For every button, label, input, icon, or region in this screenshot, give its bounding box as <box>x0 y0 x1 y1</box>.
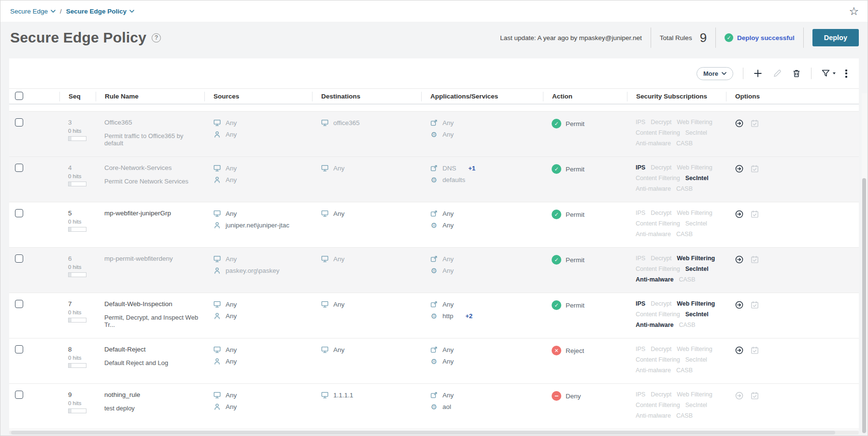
destinations-cell-value: Any <box>333 165 344 172</box>
subscription-label: CASB <box>676 140 693 147</box>
destinations-cell-entry: Any <box>321 255 418 263</box>
policy-table-card: More Seq Rule Name Sources Destinatio <box>9 58 859 430</box>
delete-rule-button[interactable] <box>792 69 801 78</box>
jump-to-events-icon[interactable] <box>735 164 744 173</box>
jump-to-events-icon[interactable] <box>735 255 744 264</box>
action: Permit <box>552 300 624 310</box>
rule-name: Default-Reject <box>104 346 201 353</box>
applications-cell: Any⚙Any <box>421 248 543 293</box>
help-icon[interactable]: ? <box>152 33 161 42</box>
total-rules-value: 9 <box>700 30 707 45</box>
vertical-scrollbar-thumb[interactable] <box>862 178 866 433</box>
rule-description: Permit, Decrypt, and Inspect Web Tr... <box>104 314 201 328</box>
action-label: Deny <box>566 393 581 400</box>
hit-bar <box>68 136 86 141</box>
deploy-status[interactable]: ✓ Deploy successful <box>725 33 795 42</box>
drag-handle-cell <box>43 338 59 383</box>
options-cell <box>726 338 859 383</box>
subscription-line: IPSDecryptWeb Filtering <box>636 346 723 352</box>
options-cell <box>726 202 859 247</box>
hit-bar-fill <box>69 364 71 367</box>
filter-button[interactable] <box>821 69 836 78</box>
permit-icon <box>552 210 561 219</box>
jump-to-events-icon[interactable] <box>735 210 744 219</box>
schedule-calendar-icon <box>750 300 759 309</box>
drag-handle-cell <box>43 157 59 202</box>
subscription-line: IPSDecryptWeb Filtering <box>636 391 723 398</box>
hit-bar-fill <box>69 182 71 186</box>
partial-row <box>9 104 859 112</box>
subscription-label: IPS <box>636 119 645 126</box>
more-count-link[interactable]: +1 <box>469 165 476 172</box>
subscription-label: SecIntel <box>685 220 707 227</box>
subscription-label: Decrypt <box>651 300 671 307</box>
applications-cell-entry: ⚙Any <box>430 267 540 275</box>
rule-seq: 9 <box>68 391 93 398</box>
schedule-calendar-icon <box>750 119 759 128</box>
deploy-button[interactable]: Deploy <box>812 29 859 46</box>
select-all-checkbox[interactable] <box>15 92 23 100</box>
applications-cell-value: Any <box>442 210 454 217</box>
favorite-star-icon[interactable]: ☆ <box>849 6 859 17</box>
jump-to-events-icon[interactable] <box>735 346 744 355</box>
rule-name-cell: mp-permit-webfiterdeny <box>96 248 204 293</box>
user-icon <box>213 312 221 320</box>
caret-down-icon <box>833 72 836 74</box>
applications-cell-value: defaults <box>442 176 465 183</box>
more-button[interactable]: More <box>697 67 733 80</box>
row-checkbox[interactable] <box>15 118 23 127</box>
sources-cell-value: Any <box>226 301 237 308</box>
table-row: 60 hitsmp-permit-webfiterdenyAnypaskey.o… <box>9 248 859 293</box>
sources-cell-entry: Any <box>213 403 309 411</box>
applications-cell-value: Any <box>442 222 454 229</box>
more-count-link[interactable]: +2 <box>466 312 473 320</box>
schedule-calendar-icon <box>750 391 759 400</box>
horizontal-scrollbar-thumb[interactable] <box>11 431 835 435</box>
sources-cell: AnyAny <box>204 157 312 202</box>
user-icon <box>213 130 221 139</box>
sources-cell-entry: Any <box>213 391 309 399</box>
subscription-line: IPSDecryptWeb Filtering <box>636 119 723 126</box>
jump-to-events-icon[interactable] <box>735 119 744 128</box>
options <box>735 391 856 400</box>
row-checkbox[interactable] <box>15 300 23 308</box>
applications-cell-entry: Any <box>430 119 540 127</box>
table-row: 50 hitsmp-webfiter-juniperGrpAnyjuniper.… <box>9 202 859 248</box>
destinations-cell-entry: Any <box>321 346 418 354</box>
drag-handle-cell <box>43 248 59 293</box>
applications-cell-entry: ⚙aol <box>430 403 540 411</box>
user-icon <box>213 403 221 411</box>
rule-name: mp-webfiter-juniperGrp <box>104 210 201 217</box>
sources-cell-value: paskey.org\paskey <box>226 267 280 274</box>
row-checkbox[interactable] <box>15 164 23 172</box>
row-checkbox[interactable] <box>15 254 23 263</box>
subscriptions-cell: IPSDecryptWeb FilteringContent Filtering… <box>627 293 726 338</box>
row-select-cell <box>9 112 43 156</box>
row-checkbox[interactable] <box>15 209 23 217</box>
table-toolbar: More <box>9 58 859 88</box>
kebab-icon <box>845 70 847 78</box>
applications-cell-value: aol <box>442 403 451 410</box>
hit-bar-fill <box>69 409 71 413</box>
jump-to-events-icon[interactable] <box>735 300 744 309</box>
row-checkbox[interactable] <box>15 391 23 399</box>
breadcrumb-secure-edge-policy[interactable]: Secure Edge Policy <box>66 8 134 15</box>
rule-seq: 4 <box>68 164 93 171</box>
drag-handle-cell <box>43 202 59 247</box>
divider <box>651 28 651 48</box>
user-icon <box>213 176 221 184</box>
trash-icon <box>792 69 801 78</box>
row-checkbox[interactable] <box>15 345 23 353</box>
subscription-label: Content Filtering <box>636 266 680 272</box>
add-rule-button[interactable] <box>753 69 763 78</box>
subscription-label: Decrypt <box>651 119 671 126</box>
subscription-label: Anti-malware <box>636 185 671 192</box>
drag-handle-cell <box>43 293 59 338</box>
applications-cell-entry: ⚙http+2 <box>430 312 540 320</box>
seq-cell: 60 hits <box>59 248 96 293</box>
breadcrumb-secure-edge[interactable]: Secure Edge <box>10 8 56 15</box>
destinations-cell: Any <box>312 293 421 338</box>
row-select-cell <box>9 202 43 247</box>
kebab-menu-button[interactable] <box>845 70 847 78</box>
action-label: Permit <box>566 211 584 218</box>
